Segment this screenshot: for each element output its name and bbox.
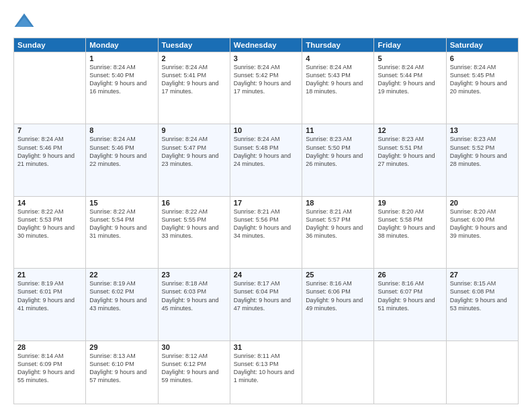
day-info: Sunrise: 8:21 AMSunset: 5:57 PMDaylight:… <box>306 208 370 240</box>
day-info: Sunrise: 8:17 AMSunset: 6:04 PMDaylight:… <box>234 279 298 312</box>
weekday-header-saturday: Saturday <box>446 38 518 52</box>
calendar-cell: 11Sunrise: 8:23 AMSunset: 5:50 PMDayligh… <box>302 124 374 196</box>
day-info: Sunrise: 8:20 AMSunset: 6:00 PMDaylight:… <box>450 208 515 240</box>
day-info: Sunrise: 8:22 AMSunset: 5:55 PMDaylight:… <box>162 208 226 240</box>
calendar-cell: 25Sunrise: 8:16 AMSunset: 6:06 PMDayligh… <box>302 269 374 340</box>
day-number: 27 <box>450 271 515 279</box>
day-number: 7 <box>17 126 82 134</box>
calendar-cell: 30Sunrise: 8:12 AMSunset: 6:12 PMDayligh… <box>158 340 230 404</box>
week-row-2: 7Sunrise: 8:24 AMSunset: 5:46 PMDaylight… <box>14 124 519 196</box>
day-info: Sunrise: 8:19 AMSunset: 6:02 PMDaylight:… <box>89 279 154 312</box>
calendar-cell: 10Sunrise: 8:24 AMSunset: 5:48 PMDayligh… <box>230 124 302 196</box>
week-row-5: 28Sunrise: 8:14 AMSunset: 6:09 PMDayligh… <box>14 340 519 404</box>
calendar-cell: 2Sunrise: 8:24 AMSunset: 5:41 PMDaylight… <box>158 52 230 124</box>
day-number: 16 <box>162 199 226 207</box>
day-number: 1 <box>89 54 154 62</box>
day-number: 31 <box>234 343 298 351</box>
day-number: 9 <box>162 126 226 134</box>
calendar-cell: 29Sunrise: 8:13 AMSunset: 6:10 PMDayligh… <box>86 340 158 404</box>
day-number: 22 <box>89 271 154 279</box>
day-number: 11 <box>306 126 370 134</box>
day-number: 15 <box>89 199 154 207</box>
day-number: 10 <box>234 126 298 134</box>
day-info: Sunrise: 8:18 AMSunset: 6:03 PMDaylight:… <box>162 279 226 312</box>
calendar-cell: 20Sunrise: 8:20 AMSunset: 6:00 PMDayligh… <box>446 196 518 268</box>
calendar-cell: 12Sunrise: 8:23 AMSunset: 5:51 PMDayligh… <box>374 124 446 196</box>
day-number: 29 <box>89 343 154 351</box>
calendar-cell <box>14 52 86 124</box>
day-number: 5 <box>378 54 442 62</box>
day-info: Sunrise: 8:15 AMSunset: 6:08 PMDaylight:… <box>450 279 515 312</box>
day-info: Sunrise: 8:21 AMSunset: 5:56 PMDaylight:… <box>234 208 298 240</box>
day-number: 4 <box>306 54 370 62</box>
day-number: 3 <box>234 54 298 62</box>
calendar-cell: 8Sunrise: 8:24 AMSunset: 5:46 PMDaylight… <box>86 124 158 196</box>
calendar-cell: 22Sunrise: 8:19 AMSunset: 6:02 PMDayligh… <box>86 269 158 340</box>
week-row-3: 14Sunrise: 8:22 AMSunset: 5:53 PMDayligh… <box>14 196 519 268</box>
calendar-cell: 28Sunrise: 8:14 AMSunset: 6:09 PMDayligh… <box>14 340 86 404</box>
day-info: Sunrise: 8:24 AMSunset: 5:45 PMDaylight:… <box>450 63 515 96</box>
day-info: Sunrise: 8:12 AMSunset: 6:12 PMDaylight:… <box>162 352 226 385</box>
calendar-cell: 3Sunrise: 8:24 AMSunset: 5:42 PMDaylight… <box>230 52 302 124</box>
day-number: 25 <box>306 271 370 279</box>
calendar-cell: 27Sunrise: 8:15 AMSunset: 6:08 PMDayligh… <box>446 269 518 340</box>
day-info: Sunrise: 8:24 AMSunset: 5:42 PMDaylight:… <box>234 63 298 96</box>
calendar-cell: 17Sunrise: 8:21 AMSunset: 5:56 PMDayligh… <box>230 196 302 268</box>
weekday-header-tuesday: Tuesday <box>158 38 230 52</box>
day-info: Sunrise: 8:13 AMSunset: 6:10 PMDaylight:… <box>89 352 154 385</box>
day-number: 14 <box>17 199 82 207</box>
day-info: Sunrise: 8:24 AMSunset: 5:46 PMDaylight:… <box>17 135 82 168</box>
calendar-cell: 7Sunrise: 8:24 AMSunset: 5:46 PMDaylight… <box>14 124 86 196</box>
day-number: 13 <box>450 126 515 134</box>
calendar-cell: 21Sunrise: 8:19 AMSunset: 6:01 PMDayligh… <box>14 269 86 340</box>
calendar-cell: 31Sunrise: 8:11 AMSunset: 6:13 PMDayligh… <box>230 340 302 404</box>
day-number: 8 <box>89 126 154 134</box>
weekday-header-monday: Monday <box>86 38 158 52</box>
calendar-cell <box>446 340 518 404</box>
day-number: 23 <box>162 271 226 279</box>
weekday-header-wednesday: Wednesday <box>230 38 302 52</box>
calendar-cell: 16Sunrise: 8:22 AMSunset: 5:55 PMDayligh… <box>158 196 230 268</box>
day-number: 12 <box>378 126 442 134</box>
calendar-cell: 13Sunrise: 8:23 AMSunset: 5:52 PMDayligh… <box>446 124 518 196</box>
day-info: Sunrise: 8:24 AMSunset: 5:44 PMDaylight:… <box>378 63 442 96</box>
day-info: Sunrise: 8:24 AMSunset: 5:40 PMDaylight:… <box>89 63 154 96</box>
logo <box>13 11 38 32</box>
weekday-header-row: SundayMondayTuesdayWednesdayThursdayFrid… <box>14 38 519 52</box>
calendar-cell: 4Sunrise: 8:24 AMSunset: 5:43 PMDaylight… <box>302 52 374 124</box>
calendar-cell <box>374 340 446 404</box>
calendar-cell: 26Sunrise: 8:16 AMSunset: 6:07 PMDayligh… <box>374 269 446 340</box>
calendar-cell: 18Sunrise: 8:21 AMSunset: 5:57 PMDayligh… <box>302 196 374 268</box>
calendar-table: SundayMondayTuesdayWednesdayThursdayFrid… <box>13 38 519 404</box>
day-info: Sunrise: 8:23 AMSunset: 5:51 PMDaylight:… <box>378 135 442 168</box>
header <box>13 11 519 32</box>
day-number: 17 <box>234 199 298 207</box>
day-info: Sunrise: 8:24 AMSunset: 5:48 PMDaylight:… <box>234 135 298 168</box>
weekday-header-sunday: Sunday <box>14 38 86 52</box>
day-info: Sunrise: 8:24 AMSunset: 5:46 PMDaylight:… <box>89 135 154 168</box>
day-number: 20 <box>450 199 515 207</box>
day-info: Sunrise: 8:11 AMSunset: 6:13 PMDaylight:… <box>234 352 298 385</box>
logo-icon <box>13 11 35 32</box>
calendar-cell <box>302 340 374 404</box>
day-number: 30 <box>162 343 226 351</box>
day-info: Sunrise: 8:23 AMSunset: 5:52 PMDaylight:… <box>450 135 515 168</box>
day-number: 28 <box>17 343 82 351</box>
day-number: 24 <box>234 271 298 279</box>
calendar-cell: 23Sunrise: 8:18 AMSunset: 6:03 PMDayligh… <box>158 269 230 340</box>
day-number: 18 <box>306 199 370 207</box>
week-row-1: 1Sunrise: 8:24 AMSunset: 5:40 PMDaylight… <box>14 52 519 124</box>
day-info: Sunrise: 8:16 AMSunset: 6:06 PMDaylight:… <box>306 279 370 312</box>
day-number: 21 <box>17 271 82 279</box>
day-info: Sunrise: 8:24 AMSunset: 5:43 PMDaylight:… <box>306 63 370 96</box>
day-info: Sunrise: 8:19 AMSunset: 6:01 PMDaylight:… <box>17 279 82 312</box>
day-info: Sunrise: 8:23 AMSunset: 5:50 PMDaylight:… <box>306 135 370 168</box>
weekday-header-thursday: Thursday <box>302 38 374 52</box>
day-info: Sunrise: 8:24 AMSunset: 5:47 PMDaylight:… <box>162 135 226 168</box>
day-number: 26 <box>378 271 442 279</box>
page: SundayMondayTuesdayWednesdayThursdayFrid… <box>0 0 532 411</box>
week-row-4: 21Sunrise: 8:19 AMSunset: 6:01 PMDayligh… <box>14 269 519 340</box>
day-info: Sunrise: 8:20 AMSunset: 5:58 PMDaylight:… <box>378 208 442 240</box>
day-info: Sunrise: 8:22 AMSunset: 5:54 PMDaylight:… <box>89 208 154 240</box>
calendar-cell: 14Sunrise: 8:22 AMSunset: 5:53 PMDayligh… <box>14 196 86 268</box>
